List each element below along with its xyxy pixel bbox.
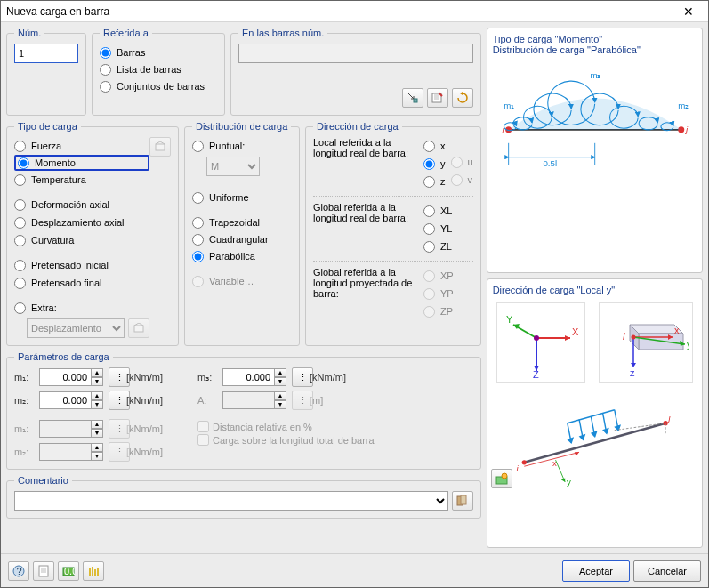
tipo-edit-icon[interactable] <box>149 137 171 157</box>
legend-dir: Dirección de carga <box>313 121 402 132</box>
radio-momento[interactable]: Momento <box>18 155 76 171</box>
dialog-body: Núm. Referida a Barras Lista de barras C… <box>1 22 708 553</box>
svg-point-21 <box>534 335 539 341</box>
group-distribucion: Distribución de carga Puntual: M Uniform… <box>184 121 300 346</box>
radio-dir-zl[interactable]: ZL <box>423 238 452 254</box>
label-cuadrangular: Cuadrangular <box>209 234 269 245</box>
preview-title1: Tipo de carga "Momento" <box>493 34 697 44</box>
label-uniforme: Uniforme <box>209 192 249 203</box>
input-m1[interactable]: ▲▼ <box>39 368 109 386</box>
cancelar-button[interactable]: Cancelar <box>633 560 701 582</box>
svg-text:Y: Y <box>506 314 513 325</box>
preview-settings-icon[interactable] <box>491 469 512 488</box>
radio-deformacion[interactable]: Deformación axial <box>14 197 149 213</box>
radio-preten-ini[interactable]: Pretensado inicial <box>14 257 149 273</box>
bars-input[interactable] <box>238 44 473 63</box>
radio-dir-yl[interactable]: YL <box>423 221 452 237</box>
label-u: u <box>468 157 473 167</box>
extra-edit-icon[interactable] <box>128 318 149 338</box>
radio-preten-fin[interactable]: Pretensado final <box>14 275 149 291</box>
label-A: A: <box>197 395 222 406</box>
label-yp: YP <box>440 288 454 299</box>
svg-text:y: y <box>567 478 571 487</box>
svg-point-54 <box>502 473 507 479</box>
svg-point-31 <box>631 335 635 340</box>
label-temperatura: Temperatura <box>31 174 86 185</box>
radio-trapezoidal[interactable]: Trapezoidal <box>192 214 292 230</box>
radio-cuadrangular[interactable]: Cuadrangular <box>192 231 292 247</box>
radio-conjuntos[interactable]: Conjuntos de barras <box>100 78 217 94</box>
radio-extra[interactable]: Extra: <box>14 300 149 316</box>
svg-text:y: y <box>687 339 689 350</box>
label-conjuntos: Conjuntos de barras <box>117 81 205 92</box>
legend-referida: Referida a <box>100 28 152 38</box>
refresh-icon[interactable] <box>452 88 473 108</box>
help-icon[interactable]: ? <box>8 561 29 581</box>
svg-text:Z: Z <box>533 369 539 378</box>
label-m1: m₁: <box>14 372 39 383</box>
radio-lista-barras[interactable]: Lista de barras <box>100 61 217 77</box>
group-tipo-carga: Tipo de carga Fuerza Momento Temperatura… <box>6 121 179 346</box>
preview-load-svg: i j x y <box>493 388 697 490</box>
svg-line-36 <box>524 423 665 463</box>
svg-text:X: X <box>572 326 579 337</box>
dir-local-label: Local referida a la longitud real de bar… <box>313 137 418 190</box>
pick-member-icon[interactable] <box>402 88 423 108</box>
puntual-select[interactable]: M <box>206 157 260 176</box>
close-icon[interactable]: ✕ <box>674 4 703 19</box>
load-pattern-icon[interactable] <box>83 561 104 581</box>
legend-comentario: Comentario <box>14 475 72 486</box>
label-puntual: Puntual: <box>209 141 245 151</box>
radio-dir-xl[interactable]: XL <box>423 203 452 219</box>
chk-rel-label: Distancia relativa en % <box>213 422 312 432</box>
A-stepper-icon: ⋮ <box>292 391 313 410</box>
axes-local: i x y z <box>599 302 693 383</box>
unit-m2: [kNm/m] <box>126 395 171 406</box>
label-fuerza: Fuerza <box>31 141 61 151</box>
input-m3[interactable]: ▲▼ <box>222 368 292 386</box>
label-v: v <box>468 174 473 185</box>
radio-parabolica[interactable]: Parabólica <box>192 248 292 264</box>
radio-curvatura[interactable]: Curvatura <box>14 232 149 248</box>
label-curvatura: Curvatura <box>31 235 74 246</box>
units-icon[interactable]: 0.00 <box>58 561 79 581</box>
num-input[interactable] <box>14 44 78 63</box>
legend-barras: En las barras núm. <box>238 28 327 38</box>
notes-icon[interactable] <box>33 561 54 581</box>
pick-list-icon[interactable] <box>427 88 448 108</box>
radio-fuerza[interactable]: Fuerza <box>14 138 149 154</box>
dir-global-real-label: Global referida a la longitud real de ba… <box>313 202 418 255</box>
label-variable: Variable… <box>209 276 254 286</box>
preview-title2: Distribución de carga "Parabólica" <box>493 44 697 55</box>
label-m3: m₃: <box>197 372 222 383</box>
radio-momento-highlight: Momento <box>14 155 149 171</box>
radio-puntual[interactable]: Puntual: <box>192 138 292 154</box>
radio-temperatura[interactable]: Temperatura <box>14 172 149 188</box>
label-zp: ZP <box>440 306 453 317</box>
label-preten-fin: Pretensado final <box>31 278 102 288</box>
svg-text:i: i <box>623 331 625 342</box>
comment-library-icon[interactable] <box>452 491 473 511</box>
radio-barras[interactable]: Barras <box>100 44 217 60</box>
chk-total-length: Carga sobre la longitud total de barra <box>197 434 375 446</box>
m2b-stepper-icon: ⋮ <box>109 442 130 462</box>
extra-select[interactable]: Desplazamiento <box>27 318 125 338</box>
radio-variable: Variable… <box>192 273 292 289</box>
group-comentario: Comentario <box>6 475 481 519</box>
svg-rect-57 <box>39 566 48 576</box>
aceptar-button[interactable]: Aceptar <box>562 560 630 582</box>
radio-uniforme[interactable]: Uniforme <box>192 189 292 205</box>
radio-dir-y[interactable]: y <box>423 156 446 172</box>
label-barras: Barras <box>117 47 145 58</box>
radio-dir-z[interactable]: z <box>423 173 446 189</box>
svg-rect-5 <box>461 495 466 504</box>
comment-select[interactable] <box>14 491 448 511</box>
radio-desplazamiento[interactable]: Desplazamiento axial <box>14 214 149 230</box>
legend-param: Parámetros de carga <box>14 351 113 362</box>
svg-text:?: ? <box>17 566 22 576</box>
chk-rel-dist: Distancia relativa en % <box>197 421 375 432</box>
input-m2[interactable]: ▲▼ <box>39 391 109 409</box>
svg-rect-3 <box>156 144 165 150</box>
titlebar: Nueva carga en barra ✕ <box>1 1 708 22</box>
radio-dir-x[interactable]: x <box>423 138 446 154</box>
